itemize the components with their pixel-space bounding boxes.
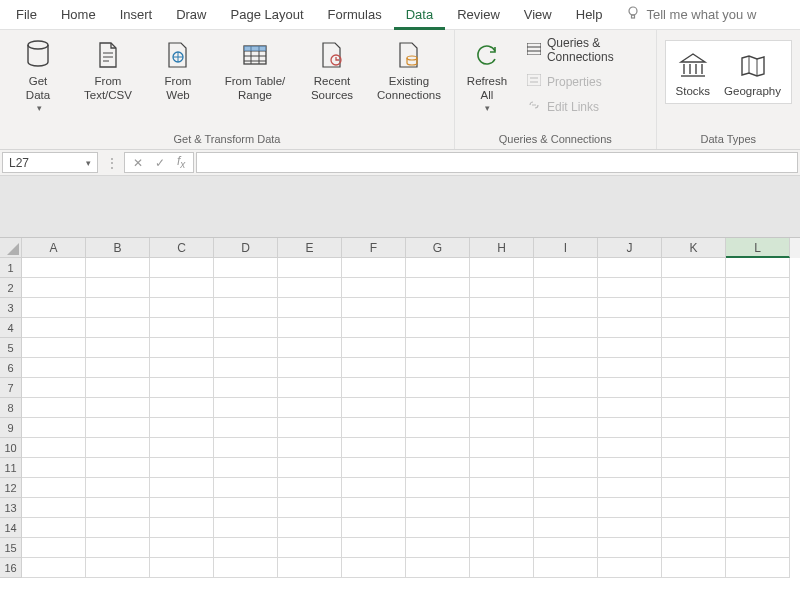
- cell-F15[interactable]: [342, 538, 406, 558]
- cell-B13[interactable]: [86, 498, 150, 518]
- cell-G15[interactable]: [406, 538, 470, 558]
- cell-I7[interactable]: [534, 378, 598, 398]
- cell-I14[interactable]: [534, 518, 598, 538]
- cell-E3[interactable]: [278, 298, 342, 318]
- cell-B11[interactable]: [86, 458, 150, 478]
- row-header-3[interactable]: 3: [0, 298, 22, 318]
- cell-K11[interactable]: [662, 458, 726, 478]
- cell-E5[interactable]: [278, 338, 342, 358]
- cell-I15[interactable]: [534, 538, 598, 558]
- cell-A6[interactable]: [22, 358, 86, 378]
- tab-draw[interactable]: Draw: [164, 0, 218, 30]
- cell-F16[interactable]: [342, 558, 406, 578]
- row-header-10[interactable]: 10: [0, 438, 22, 458]
- column-header-B[interactable]: B: [86, 238, 150, 258]
- cell-J16[interactable]: [598, 558, 662, 578]
- row-header-14[interactable]: 14: [0, 518, 22, 538]
- cell-I6[interactable]: [534, 358, 598, 378]
- cell-K12[interactable]: [662, 478, 726, 498]
- cell-F1[interactable]: [342, 258, 406, 278]
- cell-D16[interactable]: [214, 558, 278, 578]
- recent-sources-button[interactable]: Recent Sources: [302, 36, 362, 114]
- cell-K1[interactable]: [662, 258, 726, 278]
- cell-H1[interactable]: [470, 258, 534, 278]
- cell-F10[interactable]: [342, 438, 406, 458]
- cell-C7[interactable]: [150, 378, 214, 398]
- cell-H14[interactable]: [470, 518, 534, 538]
- cell-C14[interactable]: [150, 518, 214, 538]
- cell-K8[interactable]: [662, 398, 726, 418]
- tab-data[interactable]: Data: [394, 0, 445, 30]
- cell-J11[interactable]: [598, 458, 662, 478]
- cell-L1[interactable]: [726, 258, 790, 278]
- cell-J7[interactable]: [598, 378, 662, 398]
- column-header-E[interactable]: E: [278, 238, 342, 258]
- row-header-11[interactable]: 11: [0, 458, 22, 478]
- cell-K15[interactable]: [662, 538, 726, 558]
- cell-K9[interactable]: [662, 418, 726, 438]
- cell-E11[interactable]: [278, 458, 342, 478]
- cell-F4[interactable]: [342, 318, 406, 338]
- column-header-L[interactable]: L: [726, 238, 790, 258]
- from-table-range-button[interactable]: From Table/ Range: [218, 36, 292, 114]
- cell-C9[interactable]: [150, 418, 214, 438]
- cell-K10[interactable]: [662, 438, 726, 458]
- row-header-8[interactable]: 8: [0, 398, 22, 418]
- cell-A13[interactable]: [22, 498, 86, 518]
- cell-J8[interactable]: [598, 398, 662, 418]
- column-header-H[interactable]: H: [470, 238, 534, 258]
- row-header-15[interactable]: 15: [0, 538, 22, 558]
- cell-L4[interactable]: [726, 318, 790, 338]
- cell-D14[interactable]: [214, 518, 278, 538]
- cell-G11[interactable]: [406, 458, 470, 478]
- cell-E16[interactable]: [278, 558, 342, 578]
- row-header-12[interactable]: 12: [0, 478, 22, 498]
- cell-L7[interactable]: [726, 378, 790, 398]
- cell-G1[interactable]: [406, 258, 470, 278]
- from-textcsv-button[interactable]: From Text/CSV: [78, 36, 138, 114]
- cell-G13[interactable]: [406, 498, 470, 518]
- column-header-F[interactable]: F: [342, 238, 406, 258]
- cell-B5[interactable]: [86, 338, 150, 358]
- cell-I8[interactable]: [534, 398, 598, 418]
- cell-I11[interactable]: [534, 458, 598, 478]
- cell-C4[interactable]: [150, 318, 214, 338]
- cell-D6[interactable]: [214, 358, 278, 378]
- cell-L3[interactable]: [726, 298, 790, 318]
- cell-D1[interactable]: [214, 258, 278, 278]
- chevron-down-icon[interactable]: ▾: [86, 158, 91, 168]
- cell-E15[interactable]: [278, 538, 342, 558]
- cell-D7[interactable]: [214, 378, 278, 398]
- cell-A8[interactable]: [22, 398, 86, 418]
- cell-B16[interactable]: [86, 558, 150, 578]
- cell-F3[interactable]: [342, 298, 406, 318]
- cell-H16[interactable]: [470, 558, 534, 578]
- cell-I5[interactable]: [534, 338, 598, 358]
- cell-K4[interactable]: [662, 318, 726, 338]
- cell-G10[interactable]: [406, 438, 470, 458]
- cell-H12[interactable]: [470, 478, 534, 498]
- cell-A10[interactable]: [22, 438, 86, 458]
- cell-F12[interactable]: [342, 478, 406, 498]
- cell-H10[interactable]: [470, 438, 534, 458]
- cell-F2[interactable]: [342, 278, 406, 298]
- name-box[interactable]: L27 ▾: [2, 152, 98, 173]
- cell-F9[interactable]: [342, 418, 406, 438]
- tab-insert[interactable]: Insert: [108, 0, 165, 30]
- cell-C3[interactable]: [150, 298, 214, 318]
- cell-I10[interactable]: [534, 438, 598, 458]
- tab-view[interactable]: View: [512, 0, 564, 30]
- cell-I3[interactable]: [534, 298, 598, 318]
- cell-E6[interactable]: [278, 358, 342, 378]
- cell-E7[interactable]: [278, 378, 342, 398]
- cell-H8[interactable]: [470, 398, 534, 418]
- cell-E10[interactable]: [278, 438, 342, 458]
- cell-D4[interactable]: [214, 318, 278, 338]
- cell-A14[interactable]: [22, 518, 86, 538]
- column-header-D[interactable]: D: [214, 238, 278, 258]
- cell-D12[interactable]: [214, 478, 278, 498]
- cell-C10[interactable]: [150, 438, 214, 458]
- tab-page-layout[interactable]: Page Layout: [219, 0, 316, 30]
- cell-A7[interactable]: [22, 378, 86, 398]
- tab-file[interactable]: File: [4, 0, 49, 30]
